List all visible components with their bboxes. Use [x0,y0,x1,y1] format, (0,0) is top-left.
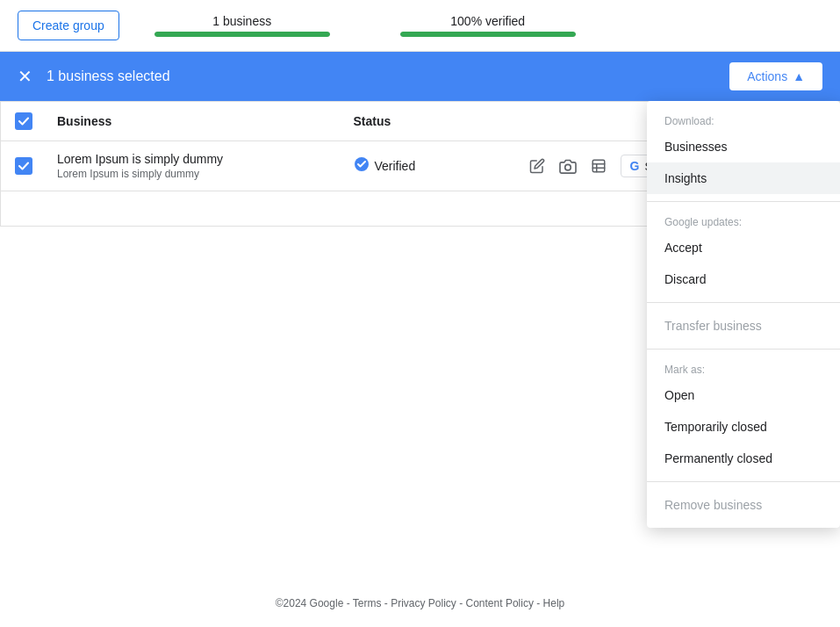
business-name: Lorem Ipsum is simply dummy [57,152,354,166]
actions-label: Actions [747,69,787,83]
stat-businesses: 1 business [154,14,330,37]
actions-dropdown-menu: Download: Businesses Insights Google upd… [647,101,840,528]
footer-terms-link[interactable]: Terms [353,597,382,609]
business-subname: Lorem Ipsum is simply dummy [57,168,354,180]
remove-section: Remove business [647,482,840,528]
footer-privacy-link[interactable]: Privacy Policy [391,597,456,609]
google-g-icon: G [630,159,640,173]
mark-as-label: Mark as: [647,357,840,379]
open-menu-item[interactable]: Open [647,379,840,411]
close-icon: ✕ [18,66,32,87]
footer-separator-3: - [459,597,465,609]
discard-menu-item[interactable]: Discard [647,263,840,295]
camera-icon[interactable] [559,158,577,174]
edit-icon[interactable] [529,158,545,174]
google-updates-label: Google updates: [647,209,840,232]
header-check-col [15,112,57,130]
actions-button[interactable]: Actions ▲ [729,62,822,90]
header-status: Status [354,114,529,128]
mark-as-section: Mark as: Open Temporarily closed Permane… [647,350,840,482]
footer-help-link[interactable]: Help [543,597,565,609]
stats-container: 1 business 100% verified [154,14,822,37]
insights-menu-item[interactable]: Insights [647,162,840,194]
progress-bar-fill-verified [400,32,576,37]
footer-separator-1: - [347,597,353,609]
top-bar: Create group 1 business 100% verified [0,0,840,52]
row-check-col [15,157,57,175]
stat-businesses-label: 1 business [212,14,271,28]
progress-bar-businesses [154,32,330,37]
download-section: Download: Businesses Insights [647,101,840,202]
footer: ©2024 Google - Terms - Privacy Policy - … [0,580,840,627]
svg-rect-2 [592,160,605,172]
header-business: Business [57,114,354,128]
progress-bar-fill-businesses [154,32,330,37]
footer-separator-4: - [536,597,542,609]
close-selection-button[interactable]: ✕ [18,66,32,87]
selection-count-text: 1 business selected [47,68,729,84]
create-group-button[interactable]: Create group [18,11,119,40]
google-updates-section: Google updates: Accept Discard [647,202,840,303]
header-checkbox[interactable] [15,112,32,130]
row-status-data: Verified [354,156,529,176]
row-checkbox[interactable] [15,157,32,175]
accept-menu-item[interactable]: Accept [647,232,840,263]
stat-verified-label: 100% verified [450,14,525,28]
footer-copyright: ©2024 Google [276,597,344,609]
main-content: ✕ 1 business selected Actions ▲ Business… [0,52,840,227]
transfer-business-menu-item: Transfer business [647,310,840,342]
permanently-closed-menu-item[interactable]: Permanently closed [647,443,840,474]
businesses-menu-item[interactable]: Businesses [647,131,840,162]
chevron-up-icon: ▲ [793,69,805,83]
download-label: Download: [647,108,840,131]
footer-content-link[interactable]: Content Policy [466,597,534,609]
stat-verified: 100% verified [400,14,576,37]
row-business-data: Lorem Ipsum is simply dummy Lorem Ipsum … [57,152,354,180]
temporarily-closed-menu-item[interactable]: Temporarily closed [647,411,840,443]
list-icon[interactable] [591,158,607,174]
selection-bar: ✕ 1 business selected Actions ▲ [0,52,840,101]
progress-bar-verified [400,32,576,37]
status-text: Verified [375,159,416,173]
svg-point-1 [564,164,571,170]
remove-business-menu-item: Remove business [647,489,840,521]
verified-icon [354,156,370,176]
transfer-section: Transfer business [647,303,840,350]
